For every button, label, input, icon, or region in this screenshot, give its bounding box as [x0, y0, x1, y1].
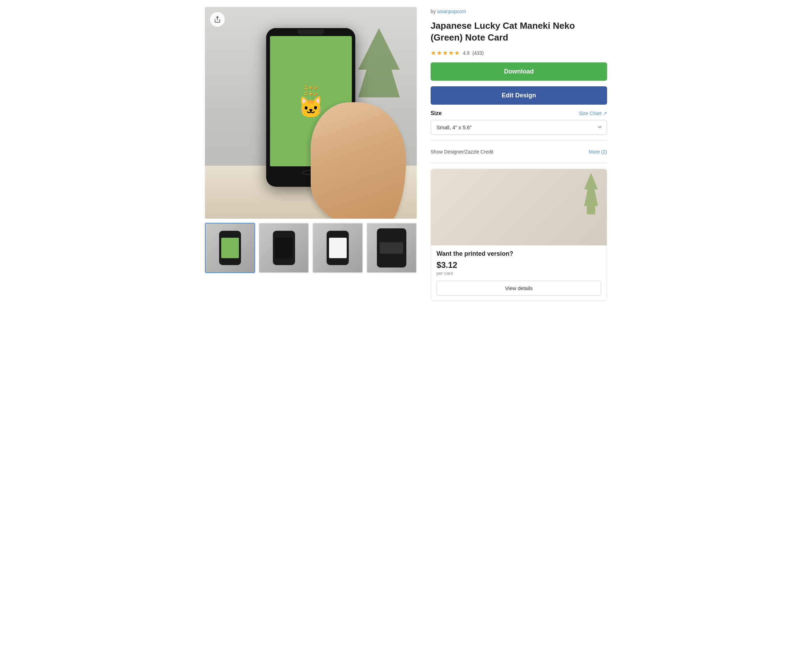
phone-top-bar [266, 28, 356, 36]
thumbnail-1[interactable] [205, 223, 255, 273]
thumbnail-row [205, 223, 417, 273]
more-link[interactable]: More (2) [589, 149, 607, 154]
size-section: Size Size Chart ↗ Small, 4" x 5.6" Mediu… [430, 110, 607, 135]
thumbnail-2-inner [259, 224, 308, 272]
hand-overlay [311, 102, 406, 219]
thumbnail-4-inner [367, 224, 416, 272]
view-details-button[interactable]: View details [437, 281, 601, 296]
size-header: Size Size Chart ↗ [430, 110, 607, 116]
main-product-image: ニャンニャン 🐱 [205, 7, 417, 219]
author-section: by asianpopcorn [430, 8, 607, 15]
thumb-phone-4 [377, 228, 406, 267]
thumb-screen-4 [380, 242, 403, 254]
size-chart-icon: ↗ [603, 111, 607, 116]
thumbnail-3[interactable] [312, 223, 363, 273]
printed-price: $3.12 [437, 260, 601, 270]
thumbnail-3-inner [313, 224, 362, 272]
star-rating: ★★★★★ [430, 49, 460, 57]
printed-bg [431, 169, 607, 245]
by-label: by [430, 9, 437, 14]
download-button[interactable]: Download [430, 63, 607, 81]
divider-1 [430, 140, 607, 141]
printed-version-card: 🐱 Want the printed version? $3.12 per ca… [430, 169, 607, 301]
share-button[interactable] [210, 12, 225, 27]
rating-score: 4.9 [463, 50, 469, 56]
printed-version-title: Want the printed version? [437, 250, 601, 258]
thumb-phone-1 [219, 231, 241, 265]
author-link[interactable]: asianpopcorn [437, 9, 466, 14]
thumb-phone-screen-1 [221, 238, 239, 258]
printed-info: Want the printed version? $3.12 per card… [431, 245, 607, 300]
right-panel: by asianpopcorn Japanese Lucky Cat Manek… [430, 7, 607, 301]
credit-row: Show Designer/Zazzle Credit More (2) [430, 146, 607, 157]
size-dropdown[interactable]: Small, 4" x 5.6" Medium, 5" x 7" Large, … [430, 120, 607, 135]
thumbnail-2[interactable] [259, 223, 309, 273]
thumb-phone-screen-3 [329, 238, 347, 258]
rating-row: ★★★★★ 4.9 (433) [430, 49, 607, 57]
credit-label: Show Designer/Zazzle Credit [430, 149, 493, 154]
product-title: Japanese Lucky Cat Maneki Neko (Green) N… [430, 20, 607, 44]
thumb-phone-screen-2 [275, 238, 293, 258]
size-chart-label: Size Chart [579, 111, 601, 116]
edit-design-button[interactable]: Edit Design [430, 86, 607, 105]
nyan-text: ニャンニャン [304, 85, 318, 97]
thumb-phone-2 [273, 231, 295, 265]
phone-notch [298, 29, 324, 35]
rating-count: (433) [472, 50, 484, 56]
size-chart-link[interactable]: Size Chart ↗ [579, 111, 607, 116]
left-panel: ニャンニャン 🐱 [205, 7, 417, 301]
thumb-phone-3 [327, 231, 349, 265]
printed-per-card: per card [437, 271, 601, 276]
share-icon [214, 16, 221, 23]
thumbnail-4[interactable] [366, 223, 417, 273]
size-label: Size [430, 110, 442, 116]
printed-version-image: 🐱 [431, 169, 607, 245]
hand-shape [311, 102, 406, 219]
thumbnail-1-inner [206, 224, 255, 272]
